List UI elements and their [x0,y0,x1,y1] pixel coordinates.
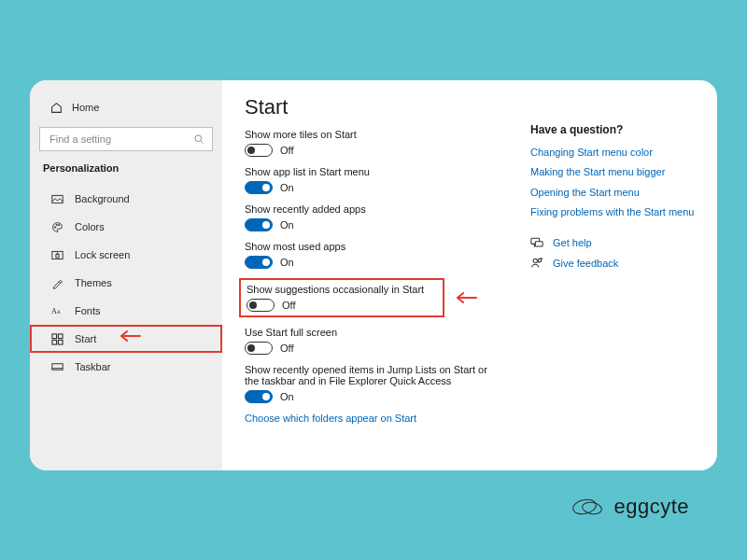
image-icon [50,194,63,204]
toggle-state: Off [280,343,293,354]
setting-label: Show more tiles on Start [245,129,502,140]
setting-recently-added: Show recently added apps On [245,203,502,231]
sidebar-item-taskbar[interactable]: Taskbar [30,353,222,381]
feedback-icon [530,257,543,270]
svg-point-0 [195,135,202,142]
give-feedback-label: Give feedback [553,258,618,269]
help-link-bigger[interactable]: Making the Start menu bigger [530,165,708,179]
callout-arrow-icon [452,291,478,304]
toggle-state: On [280,391,294,402]
home-nav[interactable]: Home [30,97,222,118]
svg-point-3 [56,224,57,225]
toggle-app-list[interactable] [245,181,273,194]
svg-rect-11 [51,340,56,344]
sidebar-item-themes[interactable]: Themes [30,269,222,297]
sidebar-item-label: Start [75,333,96,344]
search-icon [193,133,204,145]
setting-most-used: Show most used apps On [245,241,502,269]
svg-rect-12 [58,340,63,344]
sidebar-item-colors[interactable]: Colors [30,213,222,241]
svg-rect-6 [55,254,58,257]
get-help-link[interactable]: Get help [530,237,708,249]
sidebar-item-label: Lock screen [75,249,130,260]
home-label: Home [72,102,99,113]
settings-window: Home Personalization Background [30,80,717,470]
home-icon [50,102,63,114]
toggle-jump-lists[interactable] [245,390,273,403]
start-icon [50,333,63,345]
callout-arrow-icon [116,329,142,343]
toggle-most-used[interactable] [245,256,273,269]
toggle-state: On [280,182,294,193]
sidebar: Home Personalization Background [30,80,222,470]
get-help-label: Get help [553,237,592,248]
taskbar-icon [50,362,63,371]
setting-jump-lists: Show recently opened items in Jump Lists… [245,364,502,403]
setting-label: Use Start full screen [245,327,502,338]
toggle-state: On [280,257,294,268]
section-label: Personalization [30,162,222,174]
toggle-recently-added[interactable] [245,218,273,231]
sidebar-item-label: Background [75,193,130,204]
sidebar-item-label: Themes [75,277,112,288]
font-icon: AA [50,305,63,316]
choose-folders-link[interactable]: Choose which folders appear on Start [245,413,502,424]
support-section: Get help Give feedback [530,237,708,270]
toggle-full-screen[interactable] [245,342,273,355]
setting-more-tiles: Show more tiles on Start Off [245,129,502,157]
page-title: Start [245,95,502,119]
setting-label: Show app list in Start menu [245,166,502,177]
toggle-suggestions[interactable] [247,299,275,312]
svg-point-4 [58,224,59,225]
settings-column: Start Show more tiles on Start Off Show … [245,95,502,461]
palette-icon [50,221,63,233]
search-input[interactable] [49,133,193,145]
setting-suggestions: Show suggestions occasionally in Start O… [239,278,444,317]
main-content: Start Show more tiles on Start Off Show … [222,80,717,470]
help-link-color[interactable]: Changing Start menu color [530,146,708,160]
sidebar-item-label: Taskbar [75,361,111,372]
svg-rect-13 [51,364,62,371]
theme-icon [50,277,63,289]
help-link-fixing[interactable]: Fixing problems with the Start menu [530,205,708,219]
setting-label: Show most used apps [245,241,502,252]
sidebar-item-label: Colors [75,221,105,232]
setting-full-screen: Use Start full screen Off [245,327,502,355]
sidebar-item-background[interactable]: Background [30,185,222,213]
lock-icon [50,250,63,260]
question-title: Have a question? [530,123,708,136]
svg-rect-1 [51,195,62,203]
brand-name: eggcyte [613,495,689,519]
setting-app-list: Show app list in Start menu On [245,166,502,194]
svg-text:A: A [56,309,61,315]
help-links: Changing Start menu color Making the Sta… [530,146,708,220]
toggle-more-tiles[interactable] [245,144,273,157]
watermark: eggcyte [572,495,689,519]
toggle-state: On [280,219,294,231]
setting-label: Show recently opened items in Jump Lists… [245,364,502,386]
give-feedback-link[interactable]: Give feedback [530,257,708,270]
chat-icon [530,237,543,249]
nav-list: Background Colors Lock screen Themes [30,185,222,381]
sidebar-item-fonts[interactable]: AA Fonts [30,297,222,325]
toggle-state: Off [280,145,293,156]
svg-point-2 [54,226,55,227]
search-box[interactable] [39,127,213,151]
svg-rect-10 [58,333,63,338]
brand-logo-icon [572,497,608,517]
svg-rect-9 [51,333,56,338]
svg-rect-16 [535,241,543,245]
setting-label: Show suggestions occasionally in Start [247,284,437,295]
sidebar-item-lock-screen[interactable]: Lock screen [30,241,222,269]
toggle-state: Off [282,300,295,311]
help-column: Have a question? Changing Start menu col… [530,95,708,461]
svg-point-17 [533,259,537,262]
sidebar-item-label: Fonts [75,305,101,316]
help-link-opening[interactable]: Opening the Start menu [530,186,708,200]
setting-label: Show recently added apps [245,203,502,215]
